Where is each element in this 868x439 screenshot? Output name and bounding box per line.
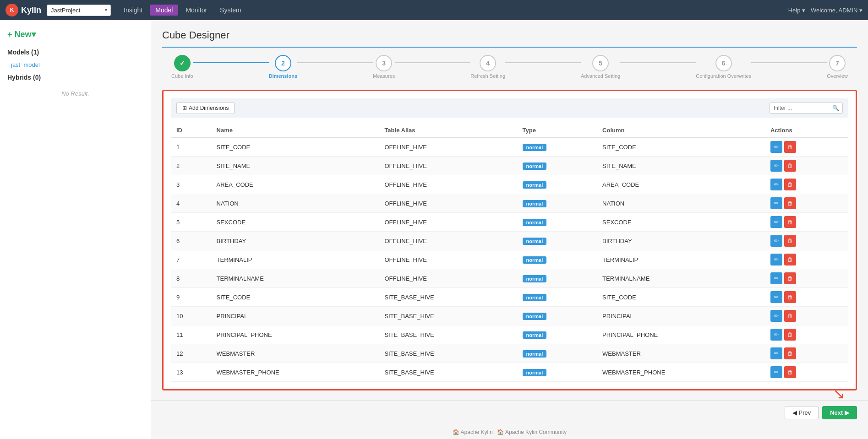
delete-button[interactable]: 🗑 — [784, 197, 796, 209]
no-result-label: No Result. — [7, 90, 143, 97]
cell-actions: ✏ 🗑 — [765, 213, 848, 232]
step-advanced[interactable]: 5 Advanced Setting — [581, 55, 620, 79]
table-row: 10 PRINCIPAL SITE_BASE_HIVE normal PRINC… — [171, 307, 848, 325]
sidebar-model-item[interactable]: jast_model — [7, 60, 143, 70]
cell-column: BIRTHDAY — [597, 232, 765, 250]
filter-input[interactable] — [770, 103, 843, 114]
cell-id: 12 — [171, 344, 211, 363]
welcome-label[interactable]: Welcome, ADMIN ▾ — [811, 7, 863, 14]
table-row: 8 TERMINALNAME OFFLINE_HIVE normal TERMI… — [171, 269, 848, 288]
nav-monitor[interactable]: Monitor — [180, 5, 213, 16]
edit-button[interactable]: ✏ — [770, 235, 782, 247]
cell-actions: ✏ 🗑 — [765, 269, 848, 288]
action-buttons: ✏ 🗑 — [770, 329, 843, 341]
edit-button[interactable]: ✏ — [770, 291, 782, 303]
step-overview[interactable]: 7 Overview — [827, 55, 848, 79]
table-row: 13 WEBMASTER_PHONE SITE_BASE_HIVE normal… — [171, 363, 848, 382]
delete-button[interactable]: 🗑 — [784, 179, 796, 190]
edit-button[interactable]: ✏ — [770, 347, 782, 359]
cell-alias: SITE_BASE_HIVE — [379, 288, 517, 307]
edit-button[interactable]: ✏ — [770, 160, 782, 172]
cell-actions: ✏ 🗑 — [765, 288, 848, 307]
table-header: ID Name Table Alias Type Column Actions — [171, 123, 848, 138]
delete-button[interactable]: 🗑 — [784, 160, 796, 172]
cell-name: PRINCIPAL — [211, 307, 379, 325]
project-selector[interactable]: JastProject — [47, 5, 111, 16]
main-layout: + New▾ Models (1) jast_model Hybrids (0)… — [0, 20, 868, 439]
delete-button[interactable]: 🗑 — [784, 329, 796, 341]
cell-id: 10 — [171, 307, 211, 325]
edit-button[interactable]: ✏ — [770, 216, 782, 228]
type-badge: normal — [523, 275, 547, 282]
step-config[interactable]: 6 Configuration Overwrites — [696, 55, 751, 79]
edit-button[interactable]: ✏ — [770, 179, 782, 190]
col-header-actions: Actions — [765, 123, 848, 138]
edit-button[interactable]: ✏ — [770, 254, 782, 266]
nav-insight[interactable]: Insight — [118, 5, 148, 16]
cell-actions: ✏ 🗑 — [765, 325, 848, 344]
nav-system[interactable]: System — [214, 5, 247, 16]
cell-type: normal — [517, 232, 597, 250]
cell-type: normal — [517, 175, 597, 194]
step-measures[interactable]: 3 Measures — [373, 55, 395, 79]
action-buttons: ✏ 🗑 — [770, 291, 843, 303]
main-content: Cube Designer ✓ Cube Info 2 Dimensions 3… — [151, 20, 868, 400]
add-dimensions-button[interactable]: ⊞ Add Dimensions — [176, 102, 235, 114]
delete-button[interactable]: 🗑 — [784, 235, 796, 247]
table-row: 1 SITE_CODE OFFLINE_HIVE normal SITE_COD… — [171, 138, 848, 157]
cell-alias: OFFLINE_HIVE — [379, 138, 517, 157]
cell-id: 8 — [171, 269, 211, 288]
delete-button[interactable]: 🗑 — [784, 141, 796, 153]
footer-text1: 🏠 Apache Kylin — [453, 429, 493, 435]
table-row: 12 WEBMASTER SITE_BASE_HIVE normal WEBMA… — [171, 344, 848, 363]
step-refresh[interactable]: 4 Refresh Setting — [470, 55, 505, 79]
delete-button[interactable]: 🗑 — [784, 272, 796, 284]
type-badge: normal — [523, 313, 547, 320]
delete-button[interactable]: 🗑 — [784, 216, 796, 228]
edit-button[interactable]: ✏ — [770, 272, 782, 284]
table-row: 4 NATION OFFLINE_HIVE normal NATION ✏ 🗑 — [171, 194, 848, 213]
type-badge: normal — [523, 144, 547, 151]
nav-model[interactable]: Model — [150, 5, 178, 16]
prev-button[interactable]: ◀ Prev — [785, 406, 819, 419]
table-row: 3 AREA_CODE OFFLINE_HIVE normal AREA_COD… — [171, 175, 848, 194]
delete-button[interactable]: 🗑 — [784, 254, 796, 266]
type-badge: normal — [523, 350, 547, 358]
sidebar: + New▾ Models (1) jast_model Hybrids (0)… — [0, 20, 151, 439]
project-selector-wrapper[interactable]: JastProject — [47, 5, 111, 16]
step-cube-info[interactable]: ✓ Cube Info — [171, 55, 193, 79]
cell-column: SITE_CODE — [597, 288, 765, 307]
hybrids-section-title: Hybrids (0) — [7, 74, 143, 81]
navbar: K Kylin JastProject Insight Model Monito… — [0, 0, 868, 20]
delete-button[interactable]: 🗑 — [784, 291, 796, 303]
cell-actions: ✏ 🗑 — [765, 344, 848, 363]
cell-column: AREA_CODE — [597, 175, 765, 194]
table-row: 6 BIRTHDAY OFFLINE_HIVE normal BIRTHDAY … — [171, 232, 848, 250]
edit-button[interactable]: ✏ — [770, 366, 782, 378]
cell-name: SITE_CODE — [211, 138, 379, 157]
cell-type: normal — [517, 363, 597, 382]
edit-button[interactable]: ✏ — [770, 310, 782, 322]
next-button[interactable]: Next ▶ — [822, 406, 857, 419]
delete-button[interactable]: 🗑 — [784, 310, 796, 322]
cell-alias: OFFLINE_HIVE — [379, 157, 517, 175]
edit-button[interactable]: ✏ — [770, 197, 782, 209]
help-link[interactable]: Help ▾ — [788, 7, 805, 14]
delete-button[interactable]: 🗑 — [784, 347, 796, 359]
new-button[interactable]: + New▾ — [7, 27, 36, 45]
page-title: Cube Designer — [162, 29, 857, 48]
connector-1 — [193, 62, 269, 63]
edit-button[interactable]: ✏ — [770, 329, 782, 341]
kylin-logo-icon: K — [5, 4, 18, 16]
cell-actions: ✏ 🗑 — [765, 232, 848, 250]
step-dimensions[interactable]: 2 Dimensions — [269, 55, 297, 79]
action-buttons: ✏ 🗑 — [770, 141, 843, 153]
cell-column: WEBMASTER — [597, 344, 765, 363]
delete-button[interactable]: 🗑 — [784, 366, 796, 378]
cell-type: normal — [517, 307, 597, 325]
brand: K Kylin — [5, 4, 41, 16]
edit-button[interactable]: ✏ — [770, 141, 782, 153]
cell-id: 6 — [171, 232, 211, 250]
table-row: 7 TERMINALIP OFFLINE_HIVE normal TERMINA… — [171, 250, 848, 269]
connector-6 — [751, 62, 827, 63]
